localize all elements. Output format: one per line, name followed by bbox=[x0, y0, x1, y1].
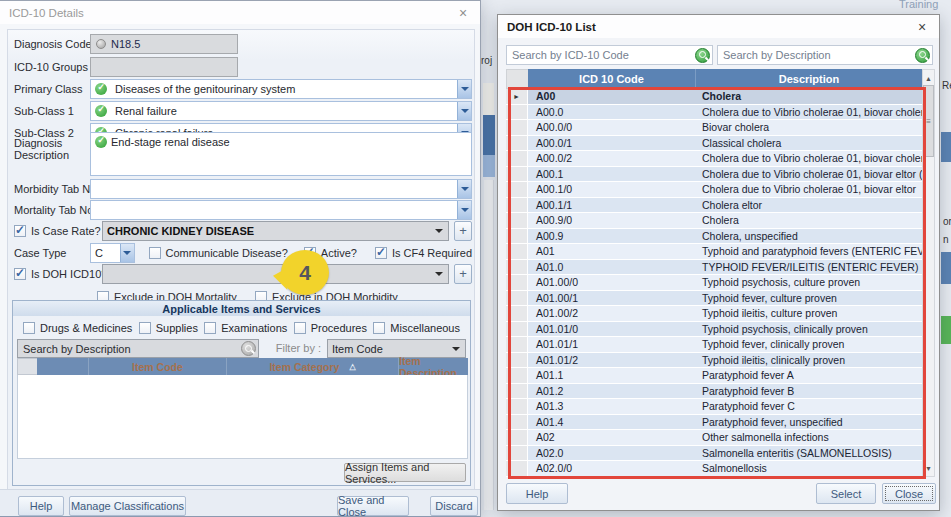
table-row[interactable]: A01.01/1Typhoid fever, clinically proven bbox=[506, 337, 922, 353]
search-by-description-input[interactable]: Search by Description bbox=[717, 45, 933, 65]
chevron-down-icon[interactable] bbox=[120, 244, 134, 262]
table-row[interactable]: A00.1/0Cholera due to Vibrio cholerae 01… bbox=[506, 182, 922, 198]
items-search-input[interactable]: Search by Description bbox=[17, 339, 259, 358]
vertical-scrollbar[interactable]: ▲ ≡ ▼ bbox=[922, 69, 935, 477]
help-button[interactable]: Help bbox=[18, 496, 64, 516]
item-code-column-header[interactable]: Item Code bbox=[89, 358, 227, 375]
table-row[interactable]: A01.00/2Typhoid ileitis, culture proven bbox=[506, 306, 922, 322]
is-case-rate-checkbox[interactable] bbox=[14, 225, 26, 237]
table-row[interactable]: A00.1/1Cholera eltor bbox=[506, 198, 922, 214]
add-doh-icd10-button[interactable] bbox=[454, 264, 472, 284]
description-column-header[interactable]: Description bbox=[696, 69, 922, 89]
case-type-value: C bbox=[91, 247, 120, 259]
subclass1-dropdown[interactable]: Renal failure bbox=[90, 101, 472, 121]
chevron-down-icon[interactable] bbox=[447, 343, 465, 355]
row-selector-cell bbox=[506, 461, 528, 477]
background-block bbox=[941, 132, 951, 162]
row-selector-cell bbox=[506, 244, 528, 260]
morbidity-tab-dropdown[interactable] bbox=[90, 179, 472, 199]
checkbox[interactable] bbox=[294, 322, 306, 334]
close-icon[interactable]: × bbox=[455, 6, 471, 20]
search-icon[interactable] bbox=[915, 48, 930, 63]
table-row[interactable]: A01.01/0Typhoid psychosis, clinically pr… bbox=[506, 322, 922, 338]
checkbox[interactable] bbox=[204, 322, 216, 334]
diagnosis-code-field: N18.5 bbox=[90, 34, 238, 54]
search-icon[interactable] bbox=[695, 48, 710, 63]
search-by-code-input[interactable]: Search by ICD-10 Code bbox=[506, 45, 713, 65]
cf4-required-checkbox[interactable] bbox=[375, 247, 387, 259]
table-row[interactable]: A01.0TYPHOID FEVER/ILEITIS (ENTERIC FEVE… bbox=[506, 260, 922, 276]
dialog-title: DOH ICD-10 List bbox=[507, 21, 914, 33]
checkbox[interactable] bbox=[139, 322, 151, 334]
table-row[interactable]: A01.2Paratyphoid fever B bbox=[506, 384, 922, 400]
mortality-tab-dropdown[interactable] bbox=[90, 200, 472, 220]
close-button[interactable]: Close bbox=[882, 483, 936, 504]
table-row[interactable]: A01.3Paratyphoid fever C bbox=[506, 399, 922, 415]
case-type-dropdown[interactable]: C bbox=[90, 243, 135, 263]
scroll-up-icon[interactable]: ▲ bbox=[923, 71, 934, 85]
background-block bbox=[483, 83, 494, 115]
assign-items-button[interactable]: Assign Items and Services... bbox=[344, 463, 466, 482]
chevron-down-icon[interactable] bbox=[430, 225, 448, 237]
dialog-titlebar[interactable]: ICD-10 Details × bbox=[0, 1, 480, 24]
table-row[interactable]: A01.1Paratyphoid fever A bbox=[506, 368, 922, 384]
active-label: Active? bbox=[321, 247, 357, 259]
item-description-column-header[interactable]: Item Description bbox=[399, 358, 468, 375]
primary-class-dropdown[interactable]: Diseases of the genitourinary system bbox=[90, 79, 472, 99]
row-selector-cell bbox=[506, 136, 528, 152]
table-row[interactable]: A00.1Cholera due to Vibrio cholerae 01, … bbox=[506, 167, 922, 183]
diagnosis-description-field[interactable]: End-stage renal disease bbox=[90, 132, 472, 176]
chevron-down-icon[interactable] bbox=[457, 102, 471, 120]
category-checkbox-drugs-medicines[interactable]: Drugs & Medicines bbox=[23, 322, 132, 334]
checkbox[interactable] bbox=[373, 322, 385, 334]
save-and-close-button[interactable]: Save and Close bbox=[337, 496, 409, 516]
category-checkbox-supplies[interactable]: Supplies bbox=[139, 322, 198, 334]
chevron-down-icon[interactable] bbox=[457, 201, 471, 219]
chevron-down-icon[interactable] bbox=[457, 180, 471, 198]
table-row[interactable]: A02.0/0Salmonellosis bbox=[506, 461, 922, 477]
chevron-down-icon[interactable] bbox=[430, 268, 448, 280]
table-row[interactable]: A01.4Paratyphoid fever, unspecified bbox=[506, 415, 922, 431]
table-row[interactable]: A02.0Salmonella enteritis (SALMONELLOSIS… bbox=[506, 446, 922, 462]
icd10-code-cell: A00.1 bbox=[528, 167, 696, 183]
table-row[interactable]: A00.0/0Biovar cholera bbox=[506, 120, 922, 136]
items-table-body[interactable] bbox=[17, 375, 468, 459]
scrollbar-thumb[interactable]: ≡ bbox=[923, 85, 934, 157]
case-rate-dropdown[interactable]: CHRONIC KIDNEY DISEASE bbox=[102, 221, 449, 241]
table-row[interactable]: A02Other salmonella infections bbox=[506, 430, 922, 446]
category-checkbox-miscellaneous[interactable]: Miscellaneous bbox=[373, 322, 460, 334]
is-doh-icd10-checkbox[interactable] bbox=[14, 268, 26, 280]
discard-button[interactable]: Discard bbox=[430, 496, 478, 516]
chevron-down-icon[interactable] bbox=[457, 80, 471, 98]
table-row[interactable]: A00.0/1Classical cholera bbox=[506, 136, 922, 152]
category-checkbox-procedures[interactable]: Procedures bbox=[294, 322, 367, 334]
items-search-placeholder: Search by Description bbox=[23, 343, 241, 355]
scroll-down-icon[interactable]: ▼ bbox=[923, 461, 934, 475]
table-row[interactable]: A00.0/2Cholera due to Vibrio cholerae 01… bbox=[506, 151, 922, 167]
row-selector-column bbox=[506, 69, 528, 89]
icd10-code-column-header[interactable]: ICD 10 Code bbox=[528, 69, 696, 89]
dialog-titlebar[interactable]: DOH ICD-10 List × bbox=[498, 15, 939, 38]
manage-classifications-button[interactable]: Manage Classifications bbox=[69, 496, 186, 516]
add-case-rate-button[interactable] bbox=[454, 221, 472, 241]
table-row[interactable]: A01.00/0Typhoid psychosis, culture prove… bbox=[506, 275, 922, 291]
table-row[interactable]: A00.9/0Cholera bbox=[506, 213, 922, 229]
search-icon[interactable] bbox=[241, 341, 256, 356]
table-row[interactable]: A01.00/1Typhoid fever, culture proven bbox=[506, 291, 922, 307]
table-row[interactable]: A01Typhoid and paratyphoid fevers (ENTER… bbox=[506, 244, 922, 260]
table-row[interactable]: A00.9Cholera, unspecified bbox=[506, 229, 922, 245]
category-checkbox-examinations[interactable]: Examinations bbox=[204, 322, 287, 334]
row-selector-cell bbox=[506, 306, 528, 322]
help-button[interactable]: Help bbox=[506, 483, 568, 504]
discard-label: Discard bbox=[435, 500, 472, 512]
close-icon[interactable]: × bbox=[914, 20, 930, 34]
item-category-column-header[interactable]: Item Category △ bbox=[227, 358, 399, 375]
checkbox[interactable] bbox=[23, 322, 35, 334]
table-row[interactable]: A01.01/2Typhoid ileitis, clinically prov… bbox=[506, 353, 922, 369]
icd10-code-cell: A01.00/2 bbox=[528, 306, 696, 322]
communicable-disease-checkbox[interactable] bbox=[149, 247, 161, 259]
table-row[interactable]: ►A00Cholera bbox=[506, 89, 922, 105]
select-button[interactable]: Select bbox=[816, 483, 876, 504]
table-row[interactable]: A00.0Cholera due to Vibrio cholerae 01, … bbox=[506, 105, 922, 121]
column-label: Description bbox=[779, 73, 840, 85]
